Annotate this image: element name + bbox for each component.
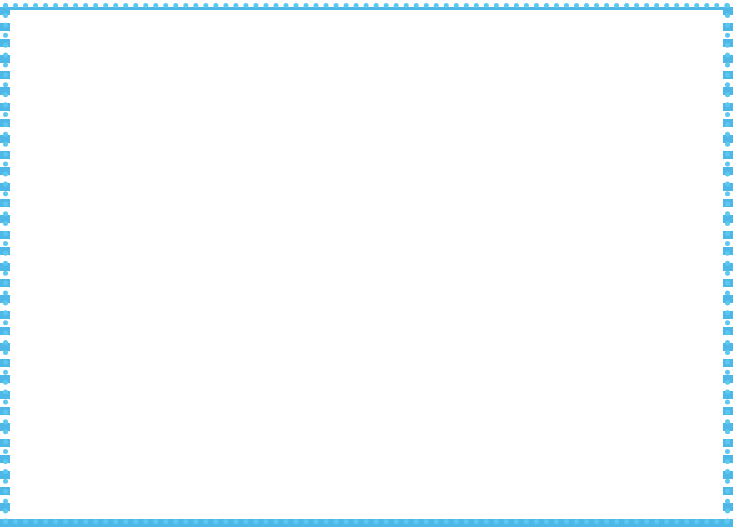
exit-button[interactable]: Exit	[570, 376, 700, 409]
mouse-left-click-button[interactable]: L	[566, 210, 621, 230]
svg-rect-12	[73, 357, 81, 363]
svg-rect-36	[145, 365, 153, 371]
svg-marker-2	[38, 177, 80, 213]
tam-indir-badge: TAM indir	[638, 487, 703, 505]
mouse-small-icon-1	[103, 354, 125, 389]
mouse-down-button[interactable]: Down	[566, 128, 627, 148]
svg-rect-21	[63, 373, 71, 379]
svg-rect-13	[83, 357, 92, 363]
svg-rect-22	[73, 373, 81, 379]
speed-up-btn[interactable]: ▲	[220, 66, 234, 78]
svg-rect-49	[203, 364, 209, 374]
mouse-down-row: Mouse Down Down	[413, 128, 715, 148]
mouse-small-icon-2	[195, 354, 217, 389]
mouse-down-label: Mouse Down	[413, 130, 558, 146]
svg-rect-39	[175, 365, 184, 371]
svg-rect-40	[135, 373, 143, 379]
svg-rect-20	[53, 373, 61, 379]
instruction-text: Click "Arrow Keys" & mouse "Left" & "Rig…	[18, 294, 238, 347]
svg-marker-3	[176, 177, 218, 213]
settings-label: Settings Speed	[88, 69, 183, 85]
mouse-up-label: Mouse Up	[413, 106, 558, 122]
app-title: Auto Mouse Clicker	[8, 8, 725, 54]
mouse-left-button[interactable]: Left	[566, 152, 621, 172]
svg-rect-32	[155, 357, 163, 363]
mouse-up-button[interactable]: Up	[566, 104, 621, 124]
svg-rect-16	[63, 365, 71, 371]
svg-rect-11	[63, 357, 71, 363]
svg-rect-15	[53, 365, 61, 371]
mouse-right-label: Mouse Right	[413, 178, 558, 194]
tam-text: TAM	[646, 490, 669, 502]
mouse-left-click-row: Mouse Left Click L	[413, 210, 715, 230]
svg-rect-35	[135, 365, 143, 371]
svg-rect-42	[155, 373, 163, 379]
svg-rect-30	[135, 357, 143, 363]
keyboard-icon-1	[39, 353, 97, 391]
svg-rect-17	[73, 365, 81, 371]
lr-mouse-image: L R	[248, 154, 403, 354]
svg-rect-38	[165, 365, 173, 371]
speed-spinner[interactable]: ▲ ▼	[191, 65, 235, 89]
mouse-right-row: Mouse Right Right	[413, 176, 715, 196]
help-button[interactable]: Help	[570, 338, 700, 371]
indir-text: indir	[671, 490, 695, 502]
svg-rect-14	[43, 365, 51, 371]
svg-rect-31	[145, 357, 153, 363]
svg-rect-37	[155, 365, 163, 371]
mouse-right-click-label: Mouse Right Click	[413, 236, 558, 252]
mouse-icon	[94, 142, 162, 251]
speed-input[interactable]	[192, 66, 220, 88]
svg-rect-19	[43, 373, 51, 379]
keyboard-icon-2	[131, 353, 189, 391]
svg-rect-10	[53, 357, 61, 363]
speed-down-btn[interactable]: ▼	[220, 77, 234, 88]
svg-rect-45	[139, 381, 179, 387]
key-input[interactable]	[290, 65, 348, 89]
keyboard-icons-area	[39, 353, 217, 391]
off-button[interactable]: OFF	[606, 58, 710, 95]
svg-rect-24	[47, 381, 87, 387]
svg-text:R: R	[338, 222, 376, 280]
key-label: Key	[258, 69, 282, 85]
mouse-left-click-label: Mouse Left Click	[413, 212, 558, 228]
svg-rect-54	[317, 214, 333, 249]
svg-rect-43	[165, 373, 173, 379]
mouse-right-click-row: Mouse Right Click R	[413, 234, 715, 254]
svg-rect-33	[165, 357, 173, 363]
left-arrow-icon	[36, 177, 80, 217]
svg-rect-23	[83, 373, 92, 379]
changed-save-button[interactable]: Changed - Save	[570, 300, 700, 333]
right-arrow-icon	[176, 177, 220, 217]
svg-text:L: L	[276, 222, 308, 280]
mouse-up-row: Mouse Up Up	[413, 104, 715, 124]
mouse-right-button[interactable]: Right	[566, 176, 624, 196]
set-default-button[interactable]: Set Default	[570, 262, 700, 295]
mouse-left-row: Mouse Left Left	[413, 152, 715, 172]
svg-rect-18	[83, 365, 92, 371]
svg-rect-7	[123, 177, 133, 199]
svg-rect-28	[111, 364, 117, 374]
svg-rect-9	[43, 357, 51, 363]
svg-rect-41	[145, 373, 153, 379]
svg-rect-44	[175, 373, 184, 379]
mouse-arrow-diagram	[28, 99, 228, 294]
mouse-right-click-button[interactable]: R	[566, 234, 621, 254]
svg-rect-34	[175, 357, 184, 363]
mouse-left-label: Mouse Left	[413, 154, 558, 170]
